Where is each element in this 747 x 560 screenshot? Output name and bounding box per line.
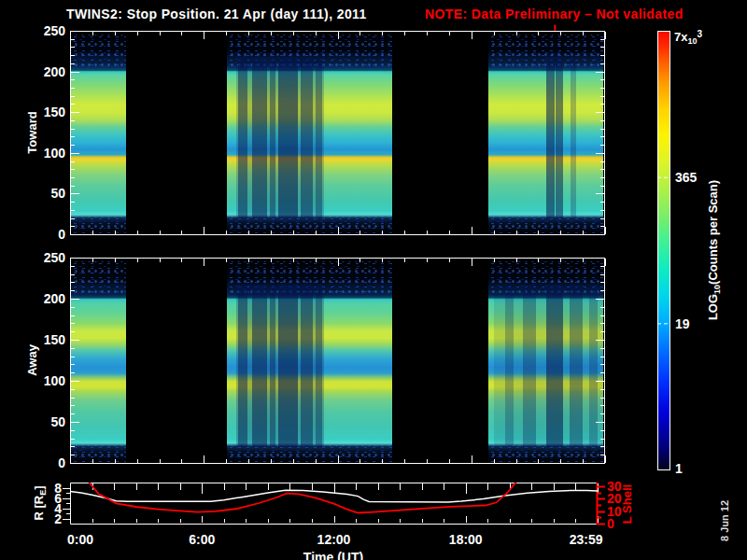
data-dropout-stripe xyxy=(238,57,247,218)
preliminary-note: NOTE: Data Preliminary – Not validated xyxy=(425,7,684,21)
y-tick-label: 100 xyxy=(44,147,65,160)
r-curve xyxy=(70,490,598,502)
data-dropout-stripe xyxy=(570,285,583,448)
spectrogram-block xyxy=(71,31,125,235)
data-dropout-stripe xyxy=(546,285,563,448)
data-dropout-stripe xyxy=(316,57,322,218)
y-tick-label: 200 xyxy=(44,292,65,305)
x-tick-label: 18:00 xyxy=(449,533,483,546)
data-dropout-stripe xyxy=(301,285,313,448)
y-tick-label: 50 xyxy=(50,187,65,200)
data-dropout-stripe xyxy=(252,57,268,218)
data-dropout-stripe xyxy=(270,285,275,448)
colorbar-tick-365: 365 xyxy=(675,170,697,185)
twins-summary-plot: TWINS2: Stop Position. 21 Apr (day 111),… xyxy=(0,0,747,560)
y-axis-label-r: R [RE] xyxy=(32,485,48,520)
data-dropout-stripe xyxy=(589,285,597,448)
colorbar-max-label: 7x103 xyxy=(674,29,702,46)
x-axis-label: Time (UT) xyxy=(303,550,363,560)
spectrogram-block xyxy=(71,258,125,464)
r-tick-label: 8 xyxy=(54,482,62,495)
y-axis-label-toward: Toward xyxy=(25,111,39,153)
data-dropout-stripe xyxy=(252,285,268,448)
colorbar-tick-1: 1 xyxy=(675,461,683,476)
y-tick-label: 200 xyxy=(44,65,65,78)
y-tick-label: 250 xyxy=(44,24,65,37)
data-dropout-stripe xyxy=(278,285,297,448)
y-axis-label-away: Away xyxy=(25,344,39,376)
plot-datestamp: 8 Jun 12 xyxy=(719,500,730,541)
colorbar xyxy=(657,31,670,469)
y-tick-label: 0 xyxy=(58,228,65,241)
colorbar-axis-label: LOG10(Counts per Scan) xyxy=(706,180,722,320)
lshell-tick-label: 10 xyxy=(607,505,622,518)
lshell-tick-label: 30 xyxy=(607,480,622,493)
y-tick-label: 0 xyxy=(58,456,65,469)
lshell-tick-label: 0 xyxy=(607,517,614,530)
x-tick-label: 6:00 xyxy=(189,533,215,546)
lshell-curve xyxy=(89,482,516,512)
y-tick-label: 50 xyxy=(50,415,65,428)
x-tick-label: 12:00 xyxy=(317,533,351,546)
lshell-tick-label: 20 xyxy=(607,492,622,505)
colorbar-tick-19: 19 xyxy=(675,316,690,331)
y-tick-label: 150 xyxy=(44,333,65,346)
data-dropout-stripe xyxy=(556,57,562,218)
data-dropout-stripe xyxy=(505,285,514,448)
data-dropout-stripe xyxy=(571,57,576,218)
x-tick-label: 23:59 xyxy=(570,533,603,546)
data-dropout-stripe xyxy=(316,285,322,448)
y-tick-label: 150 xyxy=(44,105,65,119)
x-tick-label: 0:00 xyxy=(67,533,93,546)
page-title: TWINS2: Stop Position. 21 Apr (day 111),… xyxy=(66,7,367,21)
y-tick-label: 100 xyxy=(44,374,65,387)
y-tick-label: 250 xyxy=(44,251,65,264)
data-dropout-stripe xyxy=(546,57,556,218)
data-dropout-stripe xyxy=(301,57,313,218)
data-dropout-stripe xyxy=(238,285,247,448)
data-dropout-stripe xyxy=(523,285,536,448)
data-dropout-stripe xyxy=(278,57,297,218)
data-dropout-stripe xyxy=(270,57,275,218)
